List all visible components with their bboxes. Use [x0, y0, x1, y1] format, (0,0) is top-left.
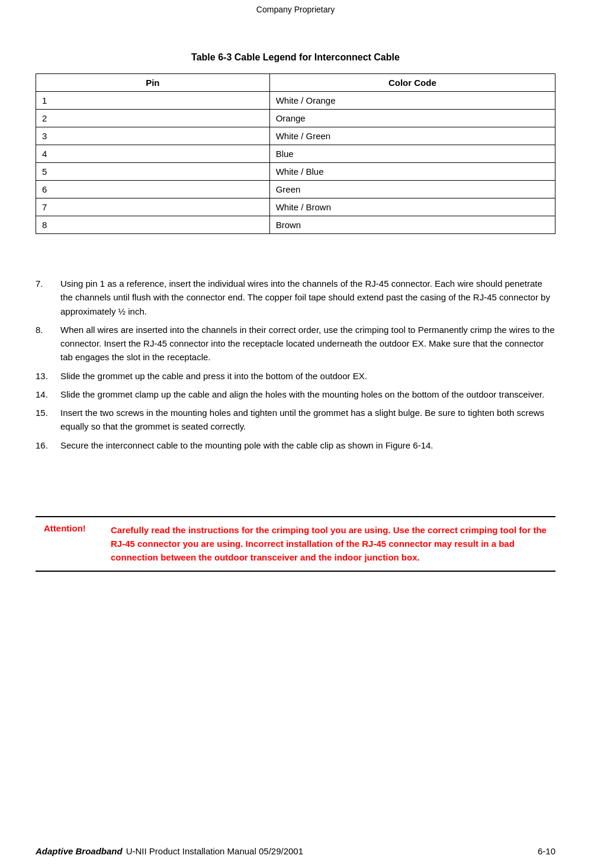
pin-cell: 5 — [36, 163, 270, 181]
color-cell: White / Brown — [269, 198, 555, 216]
instruction-text: When all wires are inserted into the cha… — [60, 323, 555, 364]
color-cell: Green — [269, 181, 555, 198]
color-cell: White / Orange — [269, 92, 555, 110]
instruction-item: 13.Slide the grommet up the cable and pr… — [36, 369, 555, 383]
table-title: Table 6-3 Cable Legend for Interconnect … — [36, 52, 555, 63]
instruction-number: 13. — [36, 369, 60, 383]
instruction-item: 7.Using pin 1 as a reference, insert the… — [36, 277, 555, 318]
instruction-number: 16. — [36, 438, 60, 452]
instruction-item: 8.When all wires are inserted into the c… — [36, 323, 555, 364]
col-header-color: Color Code — [269, 74, 555, 92]
color-cell: Brown — [269, 216, 555, 234]
instruction-text: Slide the grommet up the cable and press… — [60, 369, 555, 383]
header-title: Company Proprietary — [256, 5, 335, 14]
instruction-number: 8. — [36, 323, 60, 364]
pin-cell: 6 — [36, 181, 270, 198]
color-cell: White / Blue — [269, 163, 555, 181]
instruction-text: Insert the two screws in the mounting ho… — [60, 406, 555, 434]
pin-cell: 8 — [36, 216, 270, 234]
instruction-number: 14. — [36, 387, 60, 401]
footer-manual: U-NII Product Installation Manual 05/29/… — [126, 846, 303, 856]
pin-cell: 2 — [36, 110, 270, 127]
footer-brand: Adaptive Broadband — [36, 846, 123, 856]
instruction-text: Slide the grommet clamp up the cable and… — [60, 387, 555, 401]
col-header-pin: Pin — [36, 74, 270, 92]
attention-label: Attention! — [44, 523, 106, 565]
pin-cell: 7 — [36, 198, 270, 216]
footer-left: Adaptive Broadband U-NII Product Install… — [36, 846, 303, 856]
instruction-number: 7. — [36, 277, 60, 318]
instruction-item: 14.Slide the grommet clamp up the cable … — [36, 387, 555, 401]
page-header: Company Proprietary — [0, 0, 591, 17]
pin-cell: 4 — [36, 145, 270, 163]
color-cell: Orange — [269, 110, 555, 127]
table-row: 7White / Brown — [36, 198, 555, 216]
page-footer: Adaptive Broadband U-NII Product Install… — [0, 846, 591, 856]
table-row: 5White / Blue — [36, 163, 555, 181]
pin-cell: 1 — [36, 92, 270, 110]
table-row: 4Blue — [36, 145, 555, 163]
table-row: 1White / Orange — [36, 92, 555, 110]
table-row: 6Green — [36, 181, 555, 198]
instruction-text: Using pin 1 as a reference, insert the i… — [60, 277, 555, 318]
table-header-row: Pin Color Code — [36, 74, 555, 92]
color-cell: White / Green — [269, 127, 555, 145]
footer-page: 6-10 — [538, 846, 555, 856]
attention-text: Carefully read the instructions for the … — [111, 523, 547, 565]
instruction-number: 15. — [36, 406, 60, 434]
pin-cell: 3 — [36, 127, 270, 145]
instruction-text: Secure the interconnect cable to the mou… — [60, 438, 555, 452]
main-content: Table 6-3 Cable Legend for Interconnect … — [0, 17, 591, 516]
table-row: 2Orange — [36, 110, 555, 127]
cable-legend-table: Pin Color Code 1White / Orange2Orange3Wh… — [36, 73, 555, 234]
instructions-section: 7.Using pin 1 as a reference, insert the… — [36, 277, 555, 452]
color-cell: Blue — [269, 145, 555, 163]
instruction-item: 15.Insert the two screws in the mounting… — [36, 406, 555, 434]
table-row: 3White / Green — [36, 127, 555, 145]
table-row: 8Brown — [36, 216, 555, 234]
attention-box: Attention! Carefully read the instructio… — [36, 516, 555, 572]
instruction-item: 16.Secure the interconnect cable to the … — [36, 438, 555, 452]
